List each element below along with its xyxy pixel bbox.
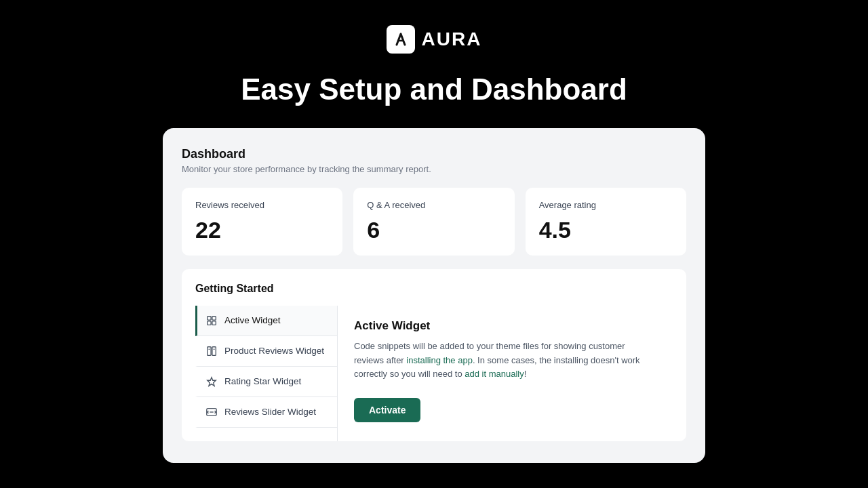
dashboard-subtitle: Monitor your store performance by tracki… (182, 164, 686, 174)
desc-text-3: ! (524, 369, 527, 379)
stat-label-qa: Q & A received (367, 200, 500, 210)
gs-item-label-reviews-slider: Reviews Slider Widget (224, 407, 316, 417)
gs-content: Active Widget Product Reviews Widget (195, 306, 673, 441)
stats-row: Reviews received 22 Q & A received 6 Ave… (182, 188, 686, 256)
stat-card-avg-rating: Average rating 4.5 (526, 188, 686, 256)
gs-main-panel: Active Widget Code snippets will be adde… (338, 306, 673, 441)
stat-label-avg: Average rating (539, 200, 673, 210)
gs-item-product-reviews[interactable]: Product Reviews Widget (195, 336, 337, 367)
reviews-slider-icon (205, 406, 218, 418)
getting-started-title: Getting Started (195, 283, 673, 295)
logo-box (387, 25, 415, 54)
brand-name: AURA (422, 28, 482, 50)
svg-rect-1 (212, 316, 216, 319)
svg-rect-5 (212, 346, 216, 355)
dashboard-card: Dashboard Monitor your store performance… (163, 128, 705, 463)
gs-item-label-active: Active Widget (224, 315, 281, 325)
active-widget-icon (205, 314, 218, 327)
svg-marker-8 (208, 377, 216, 386)
gs-main-title: Active Widget (354, 319, 656, 333)
gs-main-desc: Code snippets will be added to your them… (354, 340, 656, 382)
gs-item-reviews-slider[interactable]: Reviews Slider Widget (195, 397, 337, 428)
stat-value-qa: 6 (367, 217, 500, 243)
svg-rect-0 (208, 316, 211, 319)
rating-star-icon (205, 375, 218, 388)
activate-button[interactable]: Activate (354, 398, 420, 422)
aura-logo-icon (393, 31, 409, 47)
gs-item-label-product-reviews: Product Reviews Widget (224, 346, 324, 356)
svg-rect-4 (208, 346, 211, 355)
svg-rect-3 (212, 321, 216, 325)
stat-card-qa-received: Q & A received 6 (353, 188, 514, 256)
top-header: AURA (387, 25, 482, 54)
gs-sidebar: Active Widget Product Reviews Widget (195, 306, 338, 441)
gs-item-active-widget[interactable]: Active Widget (195, 306, 337, 336)
getting-started-section: Getting Started Active Widget (182, 269, 686, 441)
svg-rect-2 (208, 321, 211, 325)
stat-card-reviews-received: Reviews received 22 (182, 188, 342, 256)
stat-value-reviews: 22 (195, 217, 329, 243)
add-manually-link[interactable]: add it manually (465, 369, 524, 379)
product-reviews-icon (205, 345, 218, 357)
installing-app-link[interactable]: installing the app (406, 355, 473, 365)
gs-item-label-rating-star: Rating Star Widget (224, 376, 301, 386)
stat-label-reviews: Reviews received (195, 200, 329, 210)
stat-value-avg: 4.5 (539, 217, 673, 243)
gs-item-rating-star[interactable]: Rating Star Widget (195, 367, 337, 397)
page-title: Easy Setup and Dashboard (241, 73, 627, 106)
dashboard-title: Dashboard (182, 147, 686, 161)
